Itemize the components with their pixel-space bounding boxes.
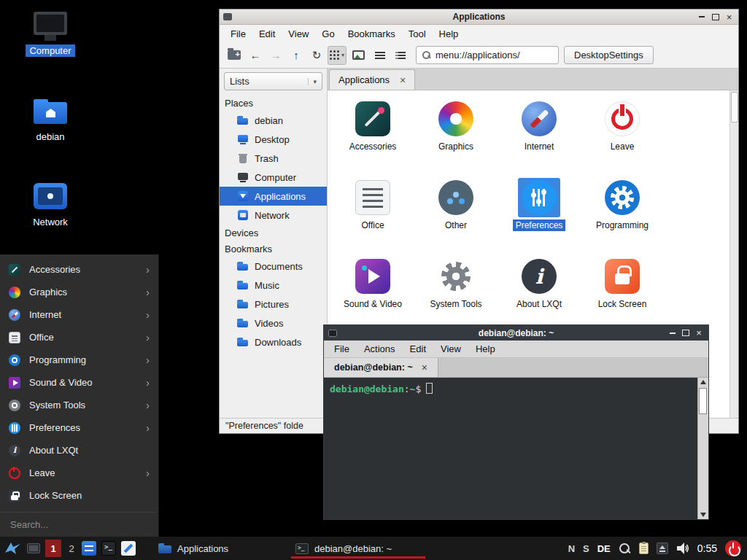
sidebar-item-applications[interactable]: Applications [220,187,327,206]
tab-close-icon[interactable] [400,75,406,85]
sidebar-section-places[interactable]: Places [220,95,327,111]
menu-item-leave[interactable]: Leave [0,462,158,484]
icon-view-button[interactable] [328,46,347,65]
minimize-button[interactable] [696,12,707,23]
workspace-1-button[interactable]: 1 [45,540,61,557]
menu-bookmarks[interactable]: Bookmarks [341,28,402,39]
menu-item-graphics[interactable]: Graphics [0,281,158,303]
app-accessories[interactable]: Accessories [331,99,414,178]
sidebar-item-downloads[interactable]: Downloads [220,332,327,351]
sidebar-item-desktop[interactable]: Desktop [220,130,327,149]
close-button[interactable] [724,12,735,23]
file-manager-titlebar[interactable]: Applications [220,9,738,25]
main-menu-button[interactable] [4,541,22,556]
magnifier-icon[interactable] [619,542,631,555]
keyboard-layout-indicator[interactable]: DE [597,543,611,554]
menu-item-internet[interactable]: Internet [0,303,158,326]
menu-file[interactable]: File [327,343,357,354]
volume-icon[interactable] [676,542,689,555]
sidebar-section-devices[interactable]: Devices [220,225,327,241]
sidebar-item-trash[interactable]: Trash [220,149,327,168]
menu-tool[interactable]: Tool [402,28,433,39]
clipboard-icon[interactable] [639,542,649,554]
detailed-view-button[interactable] [391,46,410,65]
minimize-button[interactable] [667,328,678,338]
power-button[interactable] [725,540,741,556]
sidebar-item-documents[interactable]: Documents [220,257,327,276]
workspace-2-button[interactable]: 2 [66,543,77,554]
desktop-icon-computer[interactable]: Computer [18,12,83,57]
app-other[interactable]: Other [414,178,498,257]
menu-edit[interactable]: Edit [252,28,282,39]
menu-edit[interactable]: Edit [403,343,433,354]
menu-help[interactable]: Help [433,28,465,39]
sidebar-item-videos[interactable]: Videos [220,314,327,332]
menu-item-accessories[interactable]: Accessories [0,258,158,281]
tab-applications[interactable]: Applications [329,69,415,90]
launcher-terminal[interactable] [101,541,116,556]
sidebar-item-pictures[interactable]: Pictures [220,295,327,314]
app-about-lxqt[interactable]: About LXQt [498,257,581,335]
sidebar-item-debian[interactable]: debian [220,111,327,130]
launcher-editor[interactable] [121,541,136,556]
menu-file[interactable]: File [224,28,252,39]
menu-help[interactable]: Help [468,343,503,354]
menu-item-sound-video[interactable]: Sound & Video [0,371,158,394]
close-button[interactable] [694,328,704,338]
forward-button[interactable] [266,46,285,65]
scroll-up-icon[interactable] [700,380,706,384]
desktop: Computer debian Network Accessories Grap… [0,0,747,560]
terminal-titlebar[interactable]: debian@debian: ~ [324,325,708,341]
app-office[interactable]: Office [331,178,414,257]
sidebar-item-computer[interactable]: Computer [220,168,327,187]
desktop-icon-debian[interactable]: debian [18,99,83,143]
terminal-scrollbar[interactable] [697,378,708,519]
task-terminal[interactable]: debian@debian: ~ [290,538,427,559]
menu-item-lock-screen[interactable]: Lock Screen [0,484,158,507]
menu-view[interactable]: View [433,343,468,354]
scrollbar-thumb[interactable] [699,388,707,414]
compact-view-button[interactable] [371,46,390,65]
reload-button[interactable] [307,46,326,65]
show-desktop-button[interactable] [27,543,40,553]
maximize-button[interactable] [710,12,721,23]
menu-item-system-tools[interactable]: System Tools [0,394,158,416]
new-tab-button[interactable] [224,46,244,65]
thumbnail-view-button[interactable] [348,46,369,65]
tab-close-icon[interactable] [422,362,427,373]
app-system-tools[interactable]: System Tools [414,257,498,335]
app-lock-screen[interactable]: Lock Screen [581,257,664,335]
app-preferences[interactable]: Preferences [498,178,581,257]
menu-item-office[interactable]: Office [0,326,158,349]
scroll-down-icon[interactable] [700,513,706,517]
clock[interactable]: 0:55 [697,542,717,554]
app-graphics[interactable]: Graphics [414,99,498,178]
eject-icon[interactable] [657,542,668,554]
task-applications[interactable]: Applications [152,538,290,559]
menu-go[interactable]: Go [315,28,341,39]
app-sound-video[interactable]: Sound & Video [331,257,414,335]
maximize-button[interactable] [681,328,691,338]
menu-item-programming[interactable]: Programming [0,349,158,371]
app-leave[interactable]: Leave [581,99,664,178]
desktop-icon-network[interactable]: Network [18,183,83,228]
launcher-file-manager[interactable] [82,541,96,556]
sidebar-item-music[interactable]: Music [220,276,327,295]
terminal-tab[interactable]: debian@debian: ~ [324,358,438,377]
desktop-settings-button[interactable]: DesktopSettings [564,46,654,64]
app-programming[interactable]: Programming [581,178,664,257]
sidebar-item-network[interactable]: Network [220,206,327,225]
app-internet[interactable]: Internet [498,99,581,178]
vertical-scrollbar[interactable] [729,90,738,418]
menu-search-input[interactable] [0,519,158,530]
back-button[interactable] [246,46,265,65]
menu-view[interactable]: View [282,28,315,39]
menu-item-about-lxqt[interactable]: About LXQt [0,439,158,462]
sidebar-section-bookmarks[interactable]: Bookmarks [220,241,327,257]
path-bar[interactable]: menu://applications/ [416,46,559,64]
menu-item-preferences[interactable]: Preferences [0,416,158,439]
terminal-output[interactable]: debian@debian:~$ [324,378,708,519]
sidebar-mode-dropdown[interactable]: Lists [224,72,322,90]
up-button[interactable] [287,46,306,65]
menu-actions[interactable]: Actions [357,343,403,354]
